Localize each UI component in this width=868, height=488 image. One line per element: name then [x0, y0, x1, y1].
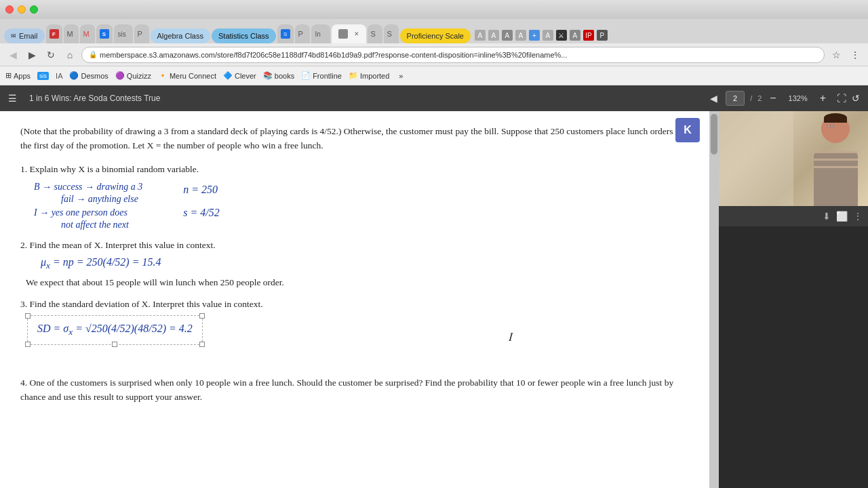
main-area: (Note that the probability of drawing a …	[0, 111, 868, 488]
tab-statistics[interactable]: Statistics Class	[212, 28, 276, 43]
tab-proficiency[interactable]: Proficiency Scale	[400, 28, 471, 43]
tab-algebra[interactable]: Algebra Class	[151, 28, 210, 43]
desmos-icon: 🔵	[69, 71, 79, 80]
webcam-background: 👓	[719, 111, 868, 206]
tab-gmail[interactable]: M	[64, 24, 79, 43]
s3-icon: S	[371, 30, 376, 38]
q1-hw-right: n = 250 s = 4/52	[183, 180, 219, 232]
tab-s4[interactable]: S	[384, 24, 399, 43]
apps-icon: ⊞	[5, 71, 12, 80]
bookmark-books[interactable]: 📚 books	[263, 71, 294, 80]
pdf-page-sep: /	[750, 94, 752, 102]
bookmark-desmos[interactable]: 🔵 Desmos	[69, 71, 108, 80]
tab-p2[interactable]: P	[295, 24, 310, 43]
hair	[824, 113, 847, 123]
tab-active[interactable]: ✕	[332, 24, 366, 43]
webcam-fullscreen-icon[interactable]: ⬜	[836, 211, 848, 222]
minimize-button[interactable]	[18, 5, 26, 14]
s4-icon: S	[387, 30, 392, 38]
zoom-decrease[interactable]: −	[767, 92, 778, 104]
quizizz-icon: 🟣	[115, 71, 125, 80]
pdf-prev-page[interactable]: ◀	[707, 92, 720, 105]
extension-icon-7: ⚔	[556, 30, 567, 41]
back-button[interactable]: ◀	[5, 47, 20, 62]
pdf-intro-text: (Note that the probability of drawing a …	[20, 125, 689, 153]
more-button[interactable]: ⋮	[848, 47, 863, 62]
meru-icon: 🔸	[158, 71, 167, 80]
imported-icon: 📁	[349, 71, 358, 80]
shirt-stripe-1	[814, 151, 858, 153]
pdf-menu-button[interactable]: ☰	[8, 93, 17, 104]
q1-hw-line2: fail → anything else	[34, 194, 142, 205]
maximize-button[interactable]	[30, 5, 38, 14]
text-cursor: 𝐼	[509, 330, 513, 344]
more-bookmarks[interactable]: »	[399, 72, 403, 80]
p1-icon: P	[138, 30, 142, 38]
extension-icon-4: A	[515, 30, 526, 41]
glasses-icon: 👓	[827, 123, 834, 129]
refresh-button[interactable]: ↻	[43, 47, 58, 62]
zoom-level: 132%	[785, 94, 812, 102]
tab-m[interactable]: M	[80, 24, 95, 43]
zoom-increase[interactable]: +	[817, 92, 829, 104]
q3-text: 3. Find the standard deviation of X. Int…	[20, 298, 689, 311]
q1-hw-line4: not affect the next	[34, 220, 142, 230]
tab-s1[interactable]: S	[96, 24, 113, 43]
clever-icon: 🔷	[223, 71, 233, 80]
handle-br	[199, 342, 205, 347]
tab-algebra-label: Algebra Class	[157, 32, 203, 40]
bookmark-ia[interactable]: IА	[56, 72, 62, 80]
bookmark-sis[interactable]: sis	[37, 72, 49, 80]
wall-bg	[719, 111, 793, 206]
tab-s2[interactable]: S	[277, 24, 294, 43]
extension-icon-3: A	[502, 30, 513, 41]
address-bar: ◀ ▶ ↻ ⌂ 🔒 memberspace.s3.amazonaws.com/s…	[0, 43, 868, 66]
k-button[interactable]: K	[675, 118, 700, 142]
tab-p1[interactable]: P	[134, 24, 149, 43]
tab-sis[interactable]: sis	[114, 24, 133, 43]
forward-button[interactable]: ▶	[24, 47, 39, 62]
question-1: 1. Explain why X is a binomial random va…	[20, 163, 689, 232]
fit-page-button[interactable]: ⛶	[837, 93, 846, 104]
cursor-area: 𝐼	[20, 350, 689, 364]
handle-tr	[199, 313, 205, 319]
pdf-content[interactable]: (Note that the probability of drawing a …	[0, 111, 709, 488]
tab-email[interactable]: ✉ Email	[4, 28, 45, 43]
active-tab-close[interactable]: ✕	[354, 30, 359, 37]
webcam-more-icon[interactable]: ⋮	[853, 211, 863, 222]
sis-icon: sis	[118, 30, 126, 38]
bookmark-meru[interactable]: 🔸 Meru Connect	[158, 71, 216, 80]
close-button[interactable]	[5, 5, 14, 14]
bookmark-apps[interactable]: ⊞ Apps	[5, 71, 31, 80]
pdf-scrollbar[interactable]	[709, 111, 719, 488]
tab-f[interactable]: F	[46, 24, 62, 43]
bookmark-clever[interactable]: 🔷 Clever	[223, 71, 256, 80]
bookmarks-bar: ⊞ Apps sis IА 🔵 Desmos 🟣 Quizizz 🔸 Meru …	[0, 66, 868, 85]
address-field[interactable]: 🔒 memberspace.s3.amazonaws.com/store/f8d…	[81, 47, 825, 63]
pdf-page-total: 2	[757, 94, 762, 102]
tab-in[interactable]: In	[311, 24, 330, 43]
tab-email-label: Email	[19, 32, 38, 40]
rotate-button[interactable]: ↺	[852, 93, 860, 104]
bookmark-quizizz[interactable]: 🟣 Quizizz	[115, 71, 151, 80]
home-button[interactable]: ⌂	[62, 47, 77, 62]
sis-bm-icon: sis	[37, 72, 49, 80]
bookmark-button[interactable]: ☆	[829, 47, 844, 62]
frontline-icon: 📄	[301, 71, 311, 80]
bookmark-imported[interactable]: 📁 Imported	[349, 71, 389, 80]
question-4: 4. One of the customers is surprised whe…	[20, 376, 689, 405]
lock-icon: 🔒	[89, 51, 97, 58]
extension-icon-5: +	[529, 30, 540, 41]
tab-proficiency-label: Proficiency Scale	[407, 32, 464, 40]
handle-bl	[25, 342, 31, 347]
person-head: 👓	[821, 115, 850, 143]
q4-text: 4. One of the customers is surprised whe…	[20, 376, 689, 405]
q2-answer-text: We expect that about 15 people will win …	[20, 276, 689, 289]
q2-hw-work: μx = np = 250(4/52) = 15.4	[34, 256, 689, 271]
webcam-minimize-icon[interactable]: ⬇	[823, 211, 831, 222]
bookmark-frontline[interactable]: 📄 Frontline	[301, 71, 342, 80]
scrollbar-thumb[interactable]	[711, 114, 717, 155]
pdf-page-input[interactable]	[726, 91, 745, 106]
pdf-title: 1 in 6 Wins: Are Soda Contests True	[29, 94, 701, 103]
tab-s3[interactable]: S	[368, 24, 382, 43]
